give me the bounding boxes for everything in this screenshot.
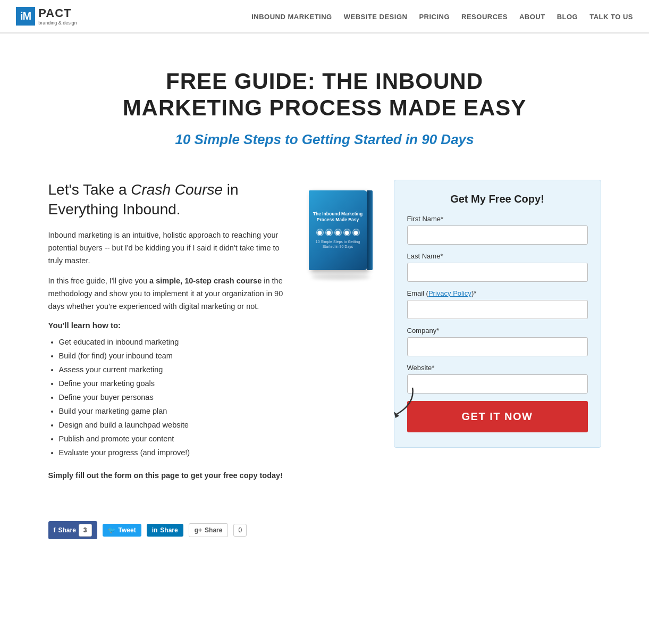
- book-spine: [367, 190, 373, 270]
- nav-item-about[interactable]: ABOUT: [519, 12, 545, 21]
- book-cover: The Inbound Marketing Process Made Easy …: [309, 190, 367, 270]
- cta-bottom-text: Simply fill out the form on this page to…: [48, 470, 288, 482]
- logo[interactable]: iM PACT branding & design: [16, 6, 77, 26]
- facebook-icon: f: [54, 526, 56, 534]
- logo-icon: iM: [16, 7, 35, 26]
- nav-item-talk[interactable]: TALK TO US: [589, 12, 633, 21]
- linkedin-share-label: Share: [160, 526, 178, 534]
- book-column: The Inbound Marketing Process Made Easy …: [304, 180, 378, 275]
- book-icons: ⬤⬤⬤ ⬤⬤: [316, 229, 360, 236]
- first-name-input[interactable]: [407, 225, 588, 245]
- book-subtitle-text: 10 Simple Steps to Getting Started in 90…: [313, 239, 363, 249]
- list-item: Publish and promote your content: [59, 432, 288, 446]
- list-item: Define your buyer personas: [59, 390, 288, 404]
- left-heading-plain: Let's Take a: [48, 181, 131, 198]
- list-item: Assess your current marketing: [59, 363, 288, 377]
- googleplus-icon: g+: [195, 526, 202, 534]
- email-label: Email (Privacy Policy)*: [407, 289, 588, 297]
- googleplus-share-button[interactable]: g+ Share: [189, 523, 229, 537]
- googleplus-share-count: 0: [233, 524, 247, 537]
- list-item: Build (for find) your inbound team: [59, 349, 288, 363]
- company-group: Company*: [407, 327, 588, 356]
- list-item: Build your marketing game plan: [59, 404, 288, 418]
- last-name-group: Last Name*: [407, 252, 588, 282]
- book-title-text: The Inbound Marketing Process Made Easy: [313, 211, 363, 223]
- logo-subtitle: branding & design: [38, 20, 77, 26]
- first-name-group: First Name*: [407, 215, 588, 245]
- last-name-input[interactable]: [407, 263, 588, 282]
- facebook-share-count: 3: [79, 524, 92, 537]
- list-item: Evaluate your progress (and improve!): [59, 446, 288, 459]
- left-column: Let's Take a Crash Course in Everything …: [48, 180, 288, 490]
- page-title: FREE GUIDE: THE INBOUND MARKETING PROCES…: [96, 68, 553, 122]
- last-name-label: Last Name*: [407, 252, 588, 260]
- list-item: Get educated in inbound marketing: [59, 335, 288, 349]
- website-input[interactable]: [407, 374, 588, 394]
- left-para1: Inbound marketing is an intuitive, holis…: [48, 229, 288, 267]
- company-input[interactable]: [407, 337, 588, 356]
- arrow-icon: [381, 385, 418, 422]
- email-group: Email (Privacy Policy)*: [407, 289, 588, 319]
- twitter-share-button[interactable]: 🐦 Tweet: [103, 524, 141, 537]
- email-input[interactable]: [407, 300, 588, 319]
- right-column: Get My Free Copy! First Name* Last Name*…: [394, 180, 601, 448]
- facebook-share-button[interactable]: f Share 3: [48, 521, 97, 539]
- learn-list: Get educated in inbound marketing Build …: [59, 335, 288, 460]
- left-para2: In this free guide, I'll give you a simp…: [48, 275, 288, 313]
- nav-list: INBOUND MARKETING WEBSITE DESIGN PRICING…: [251, 12, 633, 21]
- nav-item-website[interactable]: WEBSITE DESIGN: [344, 12, 408, 21]
- nav-item-blog[interactable]: BLOG: [557, 12, 578, 21]
- book-image: The Inbound Marketing Process Made Easy …: [309, 190, 373, 275]
- left-heading: Let's Take a Crash Course in Everything …: [48, 180, 288, 220]
- linkedin-share-button[interactable]: in Share: [147, 524, 183, 537]
- list-heading: You'll learn how to:: [48, 321, 288, 330]
- website-label: Website*: [407, 364, 588, 372]
- first-name-label: First Name*: [407, 215, 588, 223]
- nav-item-inbound[interactable]: INBOUND MARKETING: [251, 12, 332, 21]
- submit-button[interactable]: GET IT NOW: [407, 401, 588, 432]
- submit-row: GET IT NOW: [407, 401, 588, 432]
- linkedin-icon: in: [152, 526, 158, 534]
- twitter-icon: 🐦: [108, 526, 116, 534]
- nav-item-resources[interactable]: RESOURCES: [461, 12, 508, 21]
- content-area: Let's Take a Crash Course in Everything …: [32, 180, 617, 490]
- social-share-bar: f Share 3 🐦 Tweet in Share g+ Share 0: [32, 521, 617, 539]
- navigation: iM PACT branding & design INBOUND MARKET…: [0, 0, 649, 33]
- list-item: Design and build a launchpad website: [59, 418, 288, 432]
- left-para2-bold: a simple, 10-step crash course: [149, 277, 262, 285]
- privacy-policy-link[interactable]: Privacy Policy: [428, 289, 471, 297]
- company-label: Company*: [407, 327, 588, 334]
- googleplus-share-label: Share: [205, 526, 222, 534]
- list-item: Define your marketing goals: [59, 377, 288, 390]
- form-box: Get My Free Copy! First Name* Last Name*…: [394, 180, 601, 448]
- facebook-share-label: Share: [58, 526, 76, 534]
- left-heading-italic: Crash Course: [131, 181, 223, 198]
- form-heading: Get My Free Copy!: [407, 193, 588, 205]
- book-shadow: [311, 274, 370, 280]
- hero-section: FREE GUIDE: THE INBOUND MARKETING PROCES…: [86, 41, 564, 164]
- page-subtitle: 10 Simple Steps to Getting Started in 90…: [96, 131, 553, 148]
- logo-pact-text: PACT: [38, 6, 77, 20]
- website-group: Website*: [407, 364, 588, 394]
- twitter-share-label: Tweet: [119, 526, 136, 534]
- arrow-decoration: [381, 385, 418, 424]
- nav-item-pricing[interactable]: PRICING: [419, 12, 450, 21]
